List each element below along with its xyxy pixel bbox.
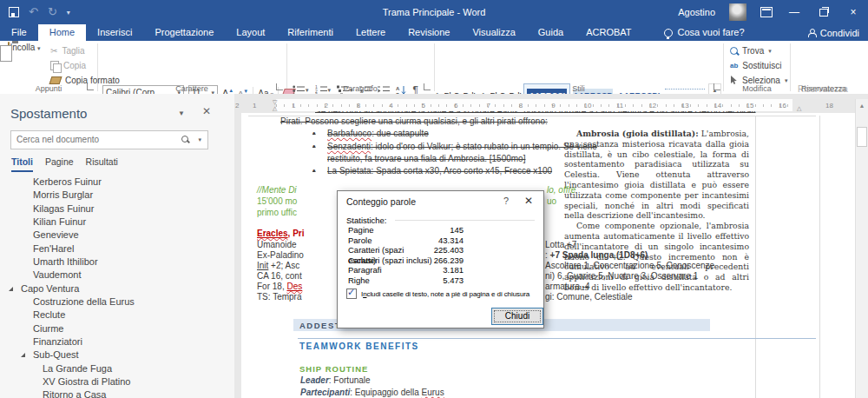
search-icon[interactable] (181, 136, 188, 143)
nav-item[interactable]: Finanziatori (0, 335, 234, 348)
doc-line[interactable]: TS: Tempra (257, 292, 302, 302)
text-run: Ascoltare 1, Concentrazione 5, Conoscenz… (545, 261, 714, 270)
doc-line[interactable]: 15'000 mo (257, 196, 297, 207)
doc-line[interactable]: •La Spietata: Spada corta x30, Arco cort… (312, 166, 552, 176)
tab-riferimenti[interactable]: Riferimenti (276, 24, 345, 41)
stat-label: Caratteri (spazi esclusi) (348, 245, 434, 255)
doc-line[interactable]: Pirati. Possono scegliere una ciurma qua… (280, 116, 548, 127)
doc-line[interactable]: Umanoide (257, 240, 297, 250)
doc-line[interactable]: lo, offre (547, 185, 575, 196)
tab-visualizza[interactable]: Visualizza (461, 24, 526, 41)
ship-routine-heading[interactable]: SHIP ROUTINE (299, 364, 368, 375)
nav-tab-pagine[interactable]: Pagine (45, 156, 74, 172)
tab-home[interactable]: Home (38, 24, 86, 41)
doc-line[interactable]: Eracles, Pri (257, 229, 305, 239)
stat-label: Parole (348, 235, 372, 246)
stat-row: Righe5.473 (348, 275, 464, 286)
nav-item[interactable]: Ciurme (0, 322, 234, 335)
nav-pane-menu-icon[interactable]: ▼ (178, 109, 185, 117)
minimize-button[interactable]: — (786, 6, 802, 18)
dialog-help-button[interactable]: ? (503, 196, 509, 206)
tab-file[interactable]: File (0, 24, 38, 41)
dialog-close-button[interactable]: ✕ (524, 195, 533, 207)
doc-line[interactable]: primo uffic (257, 208, 297, 218)
doc-line[interactable]: For 18, Des (257, 282, 302, 292)
nav-tab-titoli[interactable]: Titoli (11, 156, 33, 172)
include-textboxes-checkbox[interactable]: ✓ Includi caselle di testo, note a piè d… (346, 289, 529, 299)
nav-item[interactable]: Costruzione della Eurus (0, 295, 234, 308)
nav-item-label: Kilian Fuinur (33, 216, 86, 227)
nav-item[interactable]: La Grande Fuga (0, 362, 234, 375)
stili-dialog-launcher[interactable] (713, 83, 720, 90)
carattere-dialog-launcher[interactable] (276, 83, 283, 90)
doc-line[interactable]: Ex-Paladino (257, 250, 304, 261)
doc-line[interactable]: uo (547, 196, 556, 207)
nav-item[interactable]: Genevieve (0, 229, 234, 242)
tab-guida[interactable]: Guida (527, 24, 575, 41)
nav-item[interactable]: Vaudemont (0, 269, 234, 282)
doc-line[interactable]: ni) 6, Guarire 5, Nuotare 3, Osservare 1 (545, 271, 698, 282)
ribbon-display-options-icon[interactable] (760, 7, 773, 17)
nav-item[interactable]: Umarth Ithilibor (0, 255, 234, 269)
nav-pane-close-icon[interactable]: ✕ (202, 105, 211, 117)
nav-item[interactable]: Fen'Harel (0, 242, 234, 255)
heading-rule (298, 338, 816, 339)
chevron-down-icon[interactable]: ▾ (198, 136, 201, 143)
avatar[interactable] (729, 3, 746, 21)
doc-line[interactable]: Ascoltare 1, Concentrazione 5, Conoscenz… (545, 261, 714, 271)
share-button[interactable]: Condividi (808, 24, 859, 41)
find-button[interactable]: Trova▾ (730, 44, 772, 57)
nav-item[interactable]: Capo Ventura (0, 282, 234, 295)
doc-line[interactable]: CA 16, cont (257, 271, 302, 282)
doc-line[interactable]: Init +2; Asc (257, 261, 299, 271)
expand-icon[interactable] (21, 353, 25, 357)
tab-progettazione[interactable]: Progettazione (143, 24, 225, 41)
nav-item[interactable]: Sub-Quest (0, 348, 234, 362)
nav-item[interactable]: Morris Burglar (0, 189, 234, 202)
tab-inserisci[interactable]: Inserisci (86, 24, 143, 41)
hanging-indent-marker[interactable]: △ (273, 105, 277, 111)
replace-button[interactable]: ab Sostituisci (730, 59, 781, 72)
doc-line[interactable]: Lotta +7 (545, 240, 576, 250)
doc-line[interactable]: : +7 Spada lunga (1D8+6) (545, 250, 648, 261)
tell-me[interactable]: Cosa vuoi fare? (664, 24, 745, 41)
doc-line[interactable]: //Mente Di (257, 185, 297, 196)
doc-line[interactable]: •Senzadenti: idolo d'oro di Valkur; è st… (312, 142, 597, 152)
tab-acrobat[interactable]: ACROBAT (575, 24, 642, 41)
cut-button[interactable]: ✂ Taglia (50, 44, 85, 57)
doc-line[interactable]: •Barbafuoco: due catapulte (312, 129, 429, 139)
nav-item[interactable]: Reclute (0, 308, 234, 322)
paragrafo-dialog-launcher[interactable] (424, 83, 431, 90)
user-name[interactable]: Agostino (678, 7, 715, 17)
doc-line[interactable]: gi: Comune, Celestiale (545, 292, 633, 302)
nav-item[interactable]: Kilian Fuinur (0, 216, 234, 229)
search-input[interactable]: Cerca nel documento ▾ (10, 130, 208, 149)
tab-layout[interactable]: Layout (225, 24, 276, 41)
close-dialog-button[interactable]: Chiudi (491, 308, 543, 325)
expand-icon[interactable] (9, 287, 13, 291)
right-indent-marker[interactable]: △ (797, 105, 801, 111)
tab-revisione[interactable]: Revisione (397, 24, 461, 41)
nav-item[interactable]: Kerberos Fuinur (0, 176, 234, 189)
nav-list: Kerberos FuinurMorris BurglarKilagas Fui… (0, 176, 234, 398)
copy-button[interactable]: Copia (50, 59, 86, 72)
doc-line[interactable]: restituito, fa trovare una fiala di Ambr… (327, 154, 525, 164)
doc-line[interactable]: armatura -4 (545, 282, 590, 292)
doc-line[interactable]: Leader: Fortunale (300, 375, 371, 386)
tab-lettere[interactable]: Lettere (345, 24, 397, 41)
vertical-scrollbar[interactable]: ▲ (855, 99, 868, 398)
scrollbar-thumb[interactable] (857, 127, 867, 147)
scroll-up-icon[interactable]: ▲ (856, 103, 868, 109)
first-line-indent-marker[interactable]: ▽ (273, 99, 277, 105)
restore-button[interactable] (816, 9, 832, 17)
close-button[interactable]: × (845, 6, 861, 18)
nav-item[interactable]: Ritorno a Casa (0, 388, 234, 398)
doc-line[interactable]: Partecipanti: Equipaggio della Eurus (300, 388, 444, 398)
ruler-number: 1 (253, 102, 256, 109)
teamwork-heading[interactable]: TEAMWORK BENEFITS (299, 342, 419, 352)
nav-tab-risultati[interactable]: Risultati (86, 156, 118, 172)
nav-item[interactable]: XV Giostra di Platino (0, 375, 234, 388)
nav-item[interactable]: Kilagas Fuinur (0, 202, 234, 216)
paste-button[interactable]: Incolla ▾ (3, 43, 46, 88)
appunti-dialog-launcher[interactable] (87, 83, 94, 90)
